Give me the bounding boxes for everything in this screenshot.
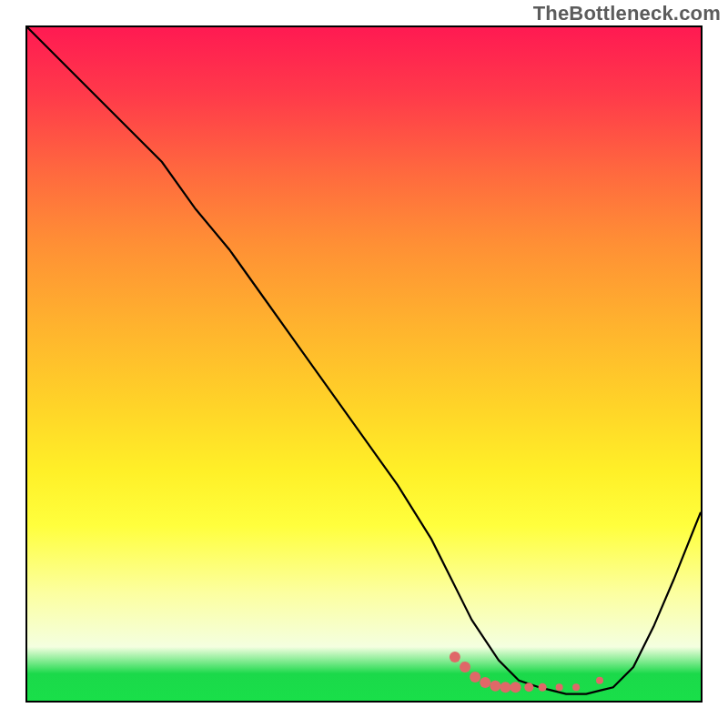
curve-path bbox=[27, 27, 701, 694]
curve-marker bbox=[572, 683, 580, 691]
curve-marker bbox=[490, 681, 500, 692]
curve-marker bbox=[460, 662, 470, 672]
curve-marker bbox=[524, 682, 533, 692]
curve-marker bbox=[511, 682, 521, 693]
curve-marker bbox=[556, 683, 563, 691]
curve-marker bbox=[539, 683, 547, 692]
curve-marker bbox=[500, 682, 511, 693]
curve-marker bbox=[596, 677, 603, 684]
watermark-label: TheBottleneck.com bbox=[533, 2, 721, 25]
marker-group bbox=[450, 652, 603, 693]
bottleneck-curve bbox=[27, 27, 701, 701]
curve-marker bbox=[480, 677, 490, 688]
curve-marker bbox=[470, 672, 480, 682]
curve-marker bbox=[450, 652, 460, 662]
chart-plot-area bbox=[25, 25, 703, 703]
